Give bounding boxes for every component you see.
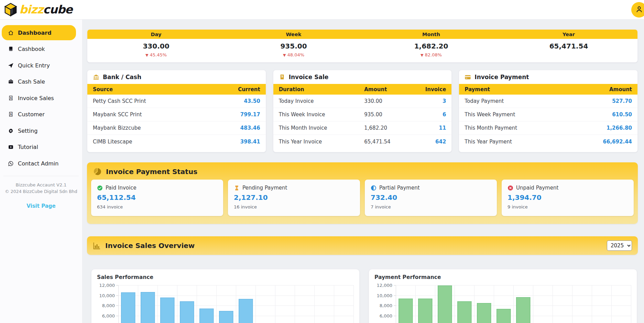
bar <box>438 286 452 323</box>
plot-column <box>494 285 514 323</box>
summary-column-label: Month <box>362 32 500 37</box>
table-cell: 398.41 <box>203 139 260 145</box>
sidebar-item-setting[interactable]: Setting <box>0 123 76 138</box>
bar <box>516 297 530 323</box>
bar <box>418 299 432 323</box>
plot-grid <box>118 285 354 323</box>
receipt-icon: $ <box>8 95 14 101</box>
bar <box>160 298 174 323</box>
status-card-label-row: Partial Payment <box>371 185 491 191</box>
bar <box>219 311 233 323</box>
status-card-label-row: Pending Payment <box>234 185 354 191</box>
invoice-sale-card: $Invoice SaleDurationAmountInvoiceToday … <box>273 70 452 152</box>
summary-column-year: 65,471.54 <box>500 39 637 57</box>
invoice-payment-status-title: Invoice Payment Status <box>106 168 197 176</box>
status-card-label: Paid Invoice <box>106 185 137 191</box>
partial-payment-card: Partial Payment732.407 invoice <box>365 180 497 216</box>
sidebar-item-dashboard[interactable]: Dashboard <box>2 25 76 40</box>
brand-name-cube: cube <box>43 3 72 16</box>
svg-text:$: $ <box>10 113 12 116</box>
card-title: Invoice Payment <box>474 74 529 80</box>
bar <box>496 309 511 323</box>
pending-payment-card: Pending Payment2,127.1016 invoice <box>228 180 360 216</box>
bar <box>399 299 413 323</box>
sidebar-item-label: Tutorial <box>18 144 38 150</box>
svg-text:$: $ <box>281 75 283 78</box>
table-row: This Month Invoice1,682.2011 <box>273 121 452 135</box>
column-header: Payment <box>465 86 574 93</box>
brand-name: bizzcube <box>19 2 72 17</box>
bar <box>180 301 194 323</box>
sidebar-item-cash-sale[interactable]: Cash Sale <box>0 74 76 89</box>
sidebar-items: DashboardCashbookQuick EntryCash Sale$In… <box>0 20 82 171</box>
sidebar-item-tutorial[interactable]: Tutorial <box>0 140 76 155</box>
table-cell: CIMB Litescape <box>93 139 203 145</box>
dashboard-page: bizzcube DashboardCashbookQuick EntryCas… <box>0 0 644 323</box>
y-tick-label: 12,000 <box>377 283 393 288</box>
sidebar-item-label: Cash Sale <box>18 78 45 85</box>
summary-column-label: Year <box>500 32 637 37</box>
plot-column <box>474 285 494 323</box>
bar <box>477 303 491 323</box>
table-row: Today Payment527.70 <box>459 95 637 108</box>
plot-column <box>295 285 315 323</box>
plot-column <box>514 285 533 323</box>
brand-logo: bizzcube <box>3 2 72 17</box>
table-cell: 610.50 <box>574 111 632 118</box>
sidebar-item-customer[interactable]: $Customer <box>0 107 76 122</box>
triangle-down-icon: ▼ <box>421 53 423 57</box>
y-tick-label: 12,000 <box>99 283 115 288</box>
bank-cash-card-header: Bank / Cash <box>87 70 266 84</box>
bar <box>239 299 253 323</box>
sidebar-item-invoice-sales[interactable]: $Invoice Sales <box>0 90 76 106</box>
bar <box>121 292 135 323</box>
sidebar-item-label: Invoice Sales <box>18 95 54 101</box>
visit-page-link[interactable]: Visit Page <box>3 203 79 209</box>
sidebar-item-label: Setting <box>18 128 37 134</box>
cube-logo-icon <box>3 2 18 17</box>
summary-column-label: Week <box>225 32 362 37</box>
table-cell: Today Payment <box>465 98 574 104</box>
plot-column <box>197 285 217 323</box>
brand-name-bizz: bizz <box>19 3 43 16</box>
status-card-label: Partial Payment <box>379 185 420 191</box>
table-cell: 3 <box>409 98 446 104</box>
table-cell: This Month Invoice <box>279 125 364 131</box>
sidebar-item-cashbook[interactable]: Cashbook <box>0 42 76 57</box>
invoice-sales-overview-header: Invoice Sales Overview <box>93 241 195 250</box>
table-header-row: PaymentAmount <box>459 84 637 95</box>
table-row: Maybank SCC Print799.17 <box>87 108 266 121</box>
paid-invoice-card: Paid Invoice65,112.54634 invoice <box>91 180 223 216</box>
table-cell: 1,266.80 <box>574 125 632 131</box>
status-card-value: 732.40 <box>371 193 491 202</box>
bar <box>457 301 471 323</box>
table-cell: Maybank SCC Print <box>93 111 203 118</box>
overview-cards-row: Bank / CashSourceCurrentPetty Cash SCC P… <box>87 70 638 152</box>
table-cell: 799.17 <box>203 111 260 118</box>
table-header-row: SourceCurrent <box>87 84 266 95</box>
credit-card-icon <box>465 74 471 80</box>
status-card-count: 7 invoice <box>371 204 491 209</box>
invoice-payment-card: Invoice PaymentPaymentAmountToday Paymen… <box>459 70 638 152</box>
y-tick-label: 10,000 <box>377 293 393 298</box>
table-cell: 642 <box>409 139 446 145</box>
table-cell: 1,682.20 <box>364 125 409 131</box>
table-cell: This Month Payment <box>465 125 574 131</box>
payment-performance-chart-card: Payment Performance12,00010,0008,0006,00… <box>369 269 637 323</box>
plot-column <box>334 285 354 323</box>
hourglass-icon <box>234 185 240 191</box>
summary-value: 330.00 <box>87 42 225 50</box>
y-tick-label: 8,000 <box>102 303 115 308</box>
table-row: This Week Invoice935.006 <box>273 108 452 121</box>
check-circle-icon <box>97 185 103 191</box>
sidebar-item-contact-admin[interactable]: Contact Admin <box>0 156 76 171</box>
sidebar-item-quick-entry[interactable]: Quick Entry <box>0 58 76 73</box>
table-cell: 43.50 <box>203 98 260 104</box>
summary-column-week: 935.00▼ 48.04% <box>225 39 362 57</box>
sidebar-item-label: Cashbook <box>18 46 45 52</box>
user-avatar-button[interactable] <box>631 2 644 18</box>
summary-delta: ▼ 82.08% <box>362 52 500 57</box>
status-card-value: 65,112.54 <box>97 193 217 202</box>
year-select[interactable]: 2025 <box>607 240 632 251</box>
plot-column <box>275 285 295 323</box>
